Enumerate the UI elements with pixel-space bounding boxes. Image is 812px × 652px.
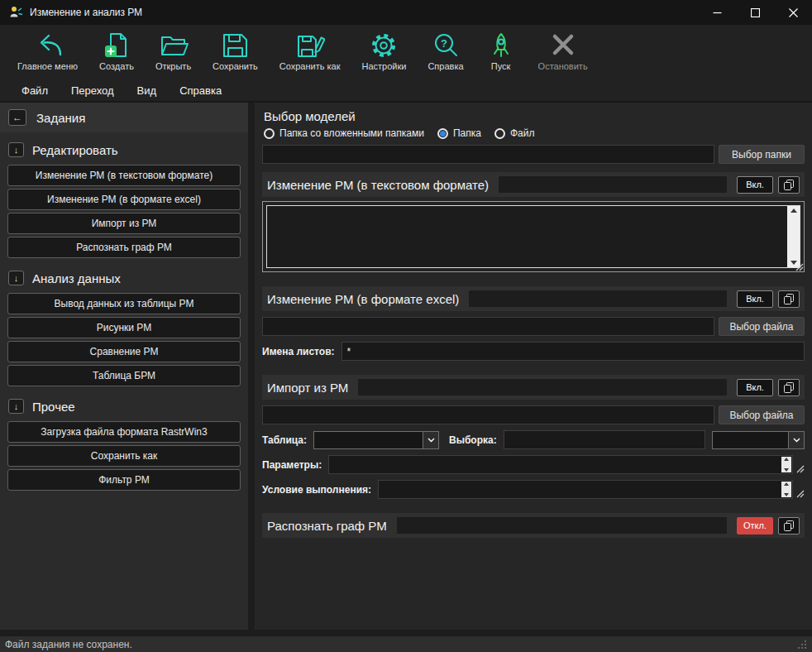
menu-view[interactable]: Вид [126, 81, 169, 100]
sidebar-item-save-as[interactable]: Сохранить как [7, 445, 241, 467]
selection-label: Выборка: [449, 434, 497, 446]
section-header: ↓ Редактировать [0, 137, 248, 162]
table-label: Таблица: [262, 434, 307, 446]
sidebar-item-brm-table[interactable]: Таблица БРМ [7, 365, 241, 386]
open-button[interactable]: Открыть [145, 28, 202, 74]
sidebar-item-filter-rm[interactable]: Фильтр РМ [7, 469, 241, 491]
scroll-up-icon[interactable] [784, 458, 789, 461]
copy-icon [784, 294, 794, 304]
table-combobox[interactable] [313, 431, 439, 449]
radio-folder-nested[interactable]: Папка со вложенными папками [264, 127, 424, 139]
sidebar-item-pictures-rm[interactable]: Рисунки РМ [7, 317, 241, 338]
panel-comment-strip [358, 379, 727, 396]
panel-toggle-button[interactable]: Откл. [737, 517, 773, 535]
collapse-arrow-icon: ↓ [14, 402, 19, 411]
choose-folder-button[interactable]: Выбор папки [719, 145, 805, 164]
collapse-button[interactable]: ↓ [8, 271, 24, 285]
sidebar-item-import-rm[interactable]: Импорт из РМ [7, 213, 241, 234]
scroll-up-icon[interactable] [791, 209, 797, 213]
panel-comment-strip [397, 517, 727, 534]
sidebar-item-load-rastrwin3[interactable]: Загрузка файла формата RastrWin3 [7, 421, 241, 443]
window-resize-grip-icon[interactable] [797, 640, 807, 650]
table-selection-row: Таблица: Выборка: [262, 430, 805, 449]
toolbar: Главное меню Создать Открыть [0, 25, 812, 79]
panel-toggle-button[interactable]: Вкл. [737, 176, 773, 194]
copy-button[interactable] [778, 176, 800, 194]
panel-header: Изменение РМ (в текстовом формате) Вкл. [262, 172, 805, 197]
minimize-button[interactable] [698, 0, 736, 25]
sidebar-back-button[interactable]: ← [8, 109, 26, 126]
panel-title: Изменение РМ (в формате excel) [267, 292, 459, 306]
sidebar-section-edit: ↓ Редактировать Изменение РМ (в текстово… [0, 132, 248, 258]
chevron-down-icon[interactable] [788, 432, 804, 448]
collapse-button[interactable]: ↓ [8, 142, 24, 157]
mini-scrollbar[interactable] [781, 482, 791, 497]
sidebar-item-table-output[interactable]: Вывод данных из таблицы РМ [7, 293, 241, 314]
stop-button[interactable]: Остановить [528, 28, 599, 74]
sidebar-item-graph-rm[interactable]: Распознать граф РМ [7, 237, 241, 258]
menu-file[interactable]: Файл [10, 81, 60, 100]
choose-file-button[interactable]: Выбор файла [719, 405, 805, 424]
new-file-icon [101, 31, 132, 60]
panel-toggle-button[interactable]: Вкл. [737, 379, 773, 396]
toolbar-label: Главное меню [17, 61, 78, 71]
scroll-up-icon[interactable] [784, 482, 789, 486]
maximize-button[interactable] [736, 0, 774, 25]
panel-toggle-button[interactable]: Вкл. [737, 290, 773, 308]
scroll-down-icon[interactable] [784, 493, 789, 496]
copy-button[interactable] [778, 290, 800, 308]
resize-grip-icon[interactable] [795, 262, 804, 271]
model-path-input[interactable] [262, 145, 714, 164]
close-icon [789, 8, 798, 17]
collapse-button[interactable]: ↓ [8, 399, 24, 414]
panel-header: Изменение РМ (в формате excel) Вкл. [262, 286, 805, 311]
resize-grip-icon[interactable] [795, 489, 805, 498]
radio-folder[interactable]: Папка [437, 127, 481, 139]
run-button[interactable]: Пуск [475, 28, 528, 74]
copy-icon [784, 382, 794, 393]
section-header: ↓ Анализ данных [0, 266, 248, 290]
save-button[interactable]: Сохранить [202, 28, 269, 74]
panel-excel-edit: Изменение РМ (в формате excel) Вкл. Выбо… [262, 286, 805, 361]
sidebar-item-change-rm-excel[interactable]: Изменение РМ (в формате excel) [7, 189, 241, 210]
vertical-scrollbar[interactable] [787, 206, 800, 267]
resize-grip-icon[interactable] [795, 464, 805, 473]
section-title: Анализ данных [32, 271, 121, 285]
second-combobox[interactable] [712, 431, 805, 449]
radio-label: Папка со вложенными папками [279, 127, 424, 139]
sheet-names-input[interactable] [342, 342, 805, 361]
save-as-button[interactable]: Сохранить как [269, 28, 351, 74]
new-button[interactable]: Создать [88, 28, 145, 74]
sidebar-section-analysis: ↓ Анализ данных Вывод данных из таблицы … [0, 261, 248, 386]
sidebar-item-compare-rm[interactable]: Сравнение РМ [7, 341, 241, 362]
settings-gear-icon [368, 31, 399, 60]
title-bar: Изменение и анализ РМ [0, 0, 812, 25]
import-file-input[interactable] [262, 405, 714, 424]
panel-comment-strip [469, 290, 727, 307]
close-button[interactable] [774, 0, 812, 25]
status-text: Файл задания не сохранен. [5, 639, 132, 650]
excel-file-row: Выбор файла [262, 317, 805, 336]
selection-input[interactable] [504, 430, 705, 449]
help-icon: ? [430, 31, 461, 60]
menu-navigate[interactable]: Переход [60, 81, 126, 100]
copy-button[interactable] [778, 379, 800, 396]
settings-button[interactable]: Настройки [351, 28, 417, 74]
model-path-row: Выбор папки [262, 145, 805, 164]
excel-file-input[interactable] [262, 317, 714, 336]
params-input[interactable] [328, 455, 793, 474]
text-edit-area[interactable] [267, 206, 787, 267]
choose-file-button[interactable]: Выбор файла [719, 317, 805, 336]
condition-input[interactable] [378, 480, 793, 499]
model-select-title: Выбор моделей [264, 109, 805, 123]
scroll-down-icon[interactable] [784, 468, 789, 472]
sidebar-item-change-rm-text[interactable]: Изменение РМ (в текстовом формате) [7, 165, 241, 186]
mini-scrollbar[interactable] [781, 457, 791, 472]
help-button[interactable]: ? Справка [417, 28, 474, 74]
chevron-down-icon[interactable] [423, 432, 438, 448]
main-menu-button[interactable]: Главное меню [7, 28, 88, 74]
copy-button[interactable] [778, 517, 800, 535]
radio-file[interactable]: Файл [494, 127, 535, 139]
menu-help[interactable]: Справка [168, 81, 233, 100]
radio-circle-icon [264, 128, 275, 139]
